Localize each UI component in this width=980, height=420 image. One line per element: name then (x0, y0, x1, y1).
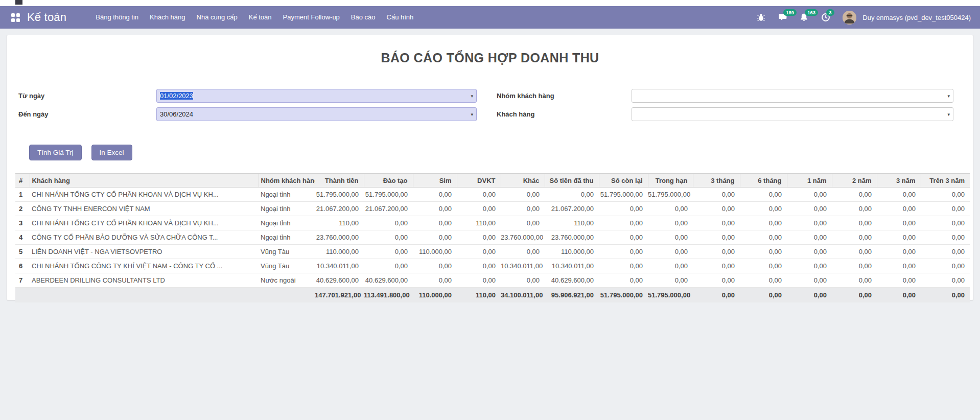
column-header-2[interactable]: Khách hàng (30, 174, 259, 188)
column-header-13[interactable]: 6 tháng (740, 174, 787, 188)
menu-item-3[interactable]: Nhà cung cấp (191, 6, 243, 29)
caret-down-icon[interactable]: ▾ (471, 89, 473, 103)
table-row[interactable]: 5LIÊN DOANH VIỆT - NGA VIETSOVPETROVũng … (15, 245, 970, 259)
cell: 0,00 (599, 230, 648, 245)
menu-item-1[interactable]: Bảng thông tin (90, 6, 144, 29)
column-header-6[interactable]: Sim (413, 174, 457, 188)
table-row[interactable]: 4CÔNG TY CỔ PHẦN BẢO DƯỠNG VÀ SỬA CHỮA C… (15, 230, 970, 245)
cell: 0,00 (877, 216, 921, 230)
cell: Nước ngoài (259, 273, 315, 288)
caret-down-icon[interactable]: ▾ (471, 108, 473, 121)
cell: 0,00 (413, 259, 457, 273)
table-row[interactable]: 3CHI NHÁNH TỔNG CTY CỔ PHẦN KHOAN VÀ DỊC… (15, 216, 970, 230)
cell: 0,00 (501, 202, 545, 216)
menu-item-5[interactable]: Payment Follow-up (277, 6, 345, 29)
cell: 0,00 (599, 245, 648, 259)
notifications-bell-icon[interactable]: 163 (800, 13, 809, 22)
caret-down-icon[interactable]: ▾ (947, 108, 950, 121)
screenshot-artifact (15, 0, 22, 5)
cell: 0,00 (457, 259, 501, 273)
cell: 0,00 (648, 216, 693, 230)
cell: 0,00 (740, 188, 787, 202)
cell: 0,00 (457, 230, 501, 245)
cell: Vũng Tàu (259, 245, 315, 259)
cell: 0,00 (457, 245, 501, 259)
to-date-value: 30/06/2024 (160, 110, 193, 118)
messages-icon[interactable]: 189 (778, 13, 787, 22)
cell: 0,00 (457, 273, 501, 288)
customer-name-cell: CHI NHÁNH TỔNG CTY CỔ PHẦN KHOAN VÀ DỊCH… (30, 216, 259, 230)
cell: 0,00 (648, 273, 693, 288)
cell: 0,00 (693, 188, 740, 202)
to-date-label: Đến ngày (18, 107, 156, 121)
debug-bug-icon[interactable] (757, 13, 766, 22)
column-header-5[interactable]: Đào tạo (364, 174, 413, 188)
cell: 0,00 (740, 259, 787, 273)
cell: 0,00 (832, 259, 877, 273)
activities-clock-icon[interactable]: 3 (821, 13, 830, 22)
cell: 0,00 (787, 216, 832, 230)
cell: 0,00 (413, 188, 457, 202)
compute-values-button[interactable]: Tính Giá Trị (29, 145, 82, 160)
cell: 110.000,00 (413, 245, 457, 259)
column-header-15[interactable]: 2 năm (832, 174, 877, 188)
apps-grid-icon[interactable] (11, 13, 20, 22)
cell: 0,00 (413, 273, 457, 288)
customer-name-cell: CHI NHÁNH TỔNG CÔNG TY KHÍ VIỆT NAM - CÔ… (30, 259, 259, 273)
app-brand[interactable]: Kế toán (27, 11, 66, 24)
from-date-input[interactable]: 01/02/2023 ▾ (156, 89, 477, 103)
column-header-4[interactable]: Thành tiền (315, 174, 364, 188)
column-header-14[interactable]: 1 năm (787, 174, 832, 188)
column-header-11[interactable]: Trong hạn (648, 174, 693, 188)
cell: 23.760.000,00 (545, 230, 599, 245)
column-header-12[interactable]: 3 tháng (693, 174, 740, 188)
menu-item-7[interactable]: Cấu hình (381, 6, 419, 29)
customer-name-cell: LIÊN DOANH VIỆT - NGA VIETSOVPETRO (30, 245, 259, 259)
customer-name-cell: CHI NHÁNH TỔNG CTY CỔ PHẦN KHOAN VÀ DỊCH… (30, 188, 259, 202)
cell: 0,00 (787, 245, 832, 259)
cell: 0,00 (877, 259, 921, 273)
menu-item-6[interactable]: Báo cáo (345, 6, 381, 29)
table-row[interactable]: 7ABERDEEN DRILLING CONSULTANTS LTDNước n… (15, 273, 970, 288)
cell: 0,00 (787, 230, 832, 245)
column-header-10[interactable]: Số còn lại (599, 174, 648, 188)
column-header-7[interactable]: DVKT (457, 174, 501, 188)
cell: 6 (15, 259, 30, 273)
column-header-1[interactable]: # (15, 174, 30, 188)
column-header-16[interactable]: 3 năm (877, 174, 921, 188)
cell: 0,00 (877, 245, 921, 259)
cell: 0,00 (648, 259, 693, 273)
top-white-strip (0, 0, 980, 6)
menu-item-4[interactable]: Kế toán (243, 6, 277, 29)
cell: 0,00 (877, 273, 921, 288)
column-header-17[interactable]: Trên 3 năm (921, 174, 970, 188)
cell: Vũng Tàu (259, 259, 315, 273)
cell: 0,00 (364, 245, 413, 259)
export-excel-button[interactable]: In Excel (91, 145, 132, 160)
caret-down-icon[interactable]: ▾ (947, 89, 950, 103)
cell: Ngoại tỉnh (259, 188, 315, 202)
to-date-input[interactable]: 30/06/2024 ▾ (156, 107, 477, 121)
customer-group-input[interactable]: ▾ (632, 89, 953, 103)
table-row[interactable]: 1CHI NHÁNH TỔNG CTY CỔ PHẦN KHOAN VÀ DỊC… (15, 188, 970, 202)
cell: 0,00 (740, 216, 787, 230)
column-header-9[interactable]: Số tiền đã thu (545, 174, 599, 188)
user-menu[interactable]: Duy enmasys (pvd_dev_test050424) (862, 14, 971, 21)
table-row[interactable]: 6CHI NHÁNH TỔNG CÔNG TY KHÍ VIỆT NAM - C… (15, 259, 970, 273)
cell: 0,00 (740, 230, 787, 245)
cell: 23.760.000,00 (315, 230, 364, 245)
column-header-3[interactable]: Nhóm khách hàng... (259, 174, 315, 188)
cell: 0,00 (413, 216, 457, 230)
customer-name-cell: CÔNG TY CỔ PHẦN BẢO DƯỠNG VÀ SỬA CHỮA CÔ… (30, 230, 259, 245)
cell: 0,00 (501, 216, 545, 230)
table-row[interactable]: 2CÔNG TY TNHH ENERCON VIỆT NAMNgoại tỉnh… (15, 202, 970, 216)
menu-item-2[interactable]: Khách hàng (144, 6, 191, 29)
notifications-badge: 163 (805, 9, 818, 16)
total-cell (30, 288, 259, 302)
column-header-8[interactable]: Khác (501, 174, 545, 188)
revenue-table-wrap: #Khách hàngNhóm khách hàng...Thành tiềnĐ… (15, 173, 970, 302)
user-avatar[interactable] (843, 11, 856, 25)
cell: 0,00 (921, 188, 970, 202)
total-cell: 0,00 (740, 288, 787, 302)
customer-input[interactable]: ▾ (632, 107, 953, 121)
